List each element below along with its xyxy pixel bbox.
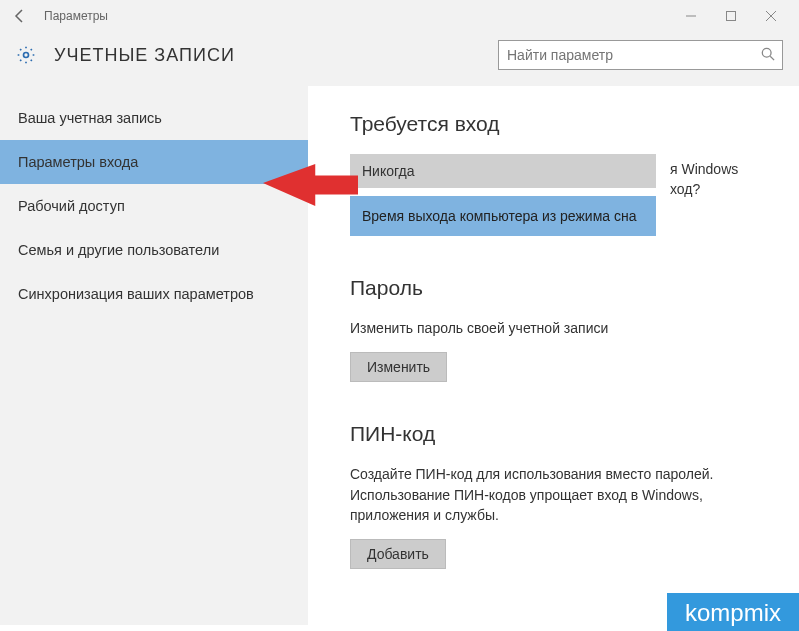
signin-dropdown-option-sleep[interactable]: Время выхода компьютера из режима сна xyxy=(350,196,656,236)
sidebar-item-work-access[interactable]: Рабочий доступ xyxy=(0,184,308,228)
gear-icon xyxy=(16,45,36,65)
sidebar-item-family[interactable]: Семья и другие пользователи xyxy=(0,228,308,272)
titlebar: Параметры xyxy=(0,0,799,32)
signin-dropdown-selected[interactable]: Никогда xyxy=(350,154,656,188)
section-signin-heading: Требуется вход xyxy=(350,112,769,136)
sidebar: Ваша учетная запись Параметры входа Рабо… xyxy=(0,86,308,625)
change-password-button[interactable]: Изменить xyxy=(350,352,447,382)
header: УЧЕТНЫЕ ЗАПИСИ xyxy=(0,32,799,86)
search-icon xyxy=(761,47,775,64)
pin-desc: Создайте ПИН-код для использования вмест… xyxy=(350,464,769,525)
sidebar-item-sync[interactable]: Синхронизация ваших параметров xyxy=(0,272,308,316)
sidebar-item-your-account[interactable]: Ваша учетная запись xyxy=(0,96,308,140)
signin-question-fragment: я Windows ход? xyxy=(670,160,769,199)
search-input[interactable] xyxy=(498,40,783,70)
section-pin-heading: ПИН-код xyxy=(350,422,769,446)
close-button[interactable] xyxy=(751,2,791,30)
content-pane: Требуется вход я Windows ход? Никогда Вр… xyxy=(308,86,799,625)
watermark: kompmix xyxy=(667,593,799,631)
sidebar-item-signin-options[interactable]: Параметры входа xyxy=(0,140,308,184)
maximize-button[interactable] xyxy=(711,2,751,30)
svg-point-3 xyxy=(762,48,771,57)
section-password-heading: Пароль xyxy=(350,276,769,300)
svg-rect-1 xyxy=(727,12,736,21)
svg-line-4 xyxy=(770,56,774,60)
add-pin-button[interactable]: Добавить xyxy=(350,539,446,569)
window-title: Параметры xyxy=(44,9,671,23)
search-box[interactable] xyxy=(498,40,783,70)
back-button[interactable] xyxy=(8,4,32,28)
minimize-button[interactable] xyxy=(671,2,711,30)
svg-point-2 xyxy=(24,53,29,58)
password-desc: Изменить пароль своей учетной записи xyxy=(350,318,769,338)
page-title: УЧЕТНЫЕ ЗАПИСИ xyxy=(54,45,498,66)
